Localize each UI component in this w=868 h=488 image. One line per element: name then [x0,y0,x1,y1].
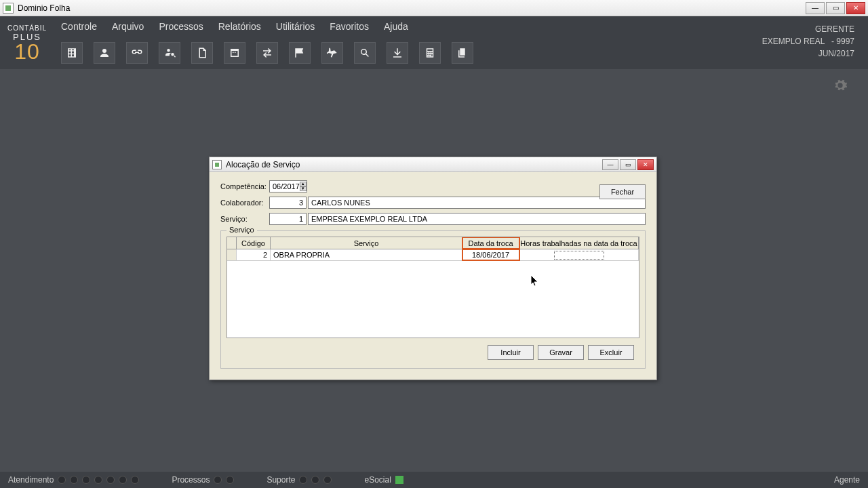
spinner-up-icon[interactable]: ▲ [300,182,307,186]
document-icon[interactable] [191,42,213,64]
status-bar: Atendimento Processos Suporte eSocial Ag… [0,472,868,488]
status-atendimento: Atendimento [8,475,139,485]
download-icon[interactable] [387,42,408,64]
menu-controle[interactable]: Controle [61,21,97,32]
grid-cell-horas[interactable] [519,249,639,260]
window-title: Dominio Folha [18,3,70,13]
window-controls: — ▭ ✕ [806,2,865,14]
person-icon[interactable] [94,42,115,64]
status-dot-icon[interactable] [299,476,307,484]
spinner-down-icon[interactable]: ▼ [300,186,307,191]
status-dot-icon[interactable] [323,476,332,484]
status-esocial-label: eSocial [364,475,391,485]
alocacao-dialog: Alocação de Serviço — ▭ ✕ Fechar Competê… [209,157,657,380]
servico-fieldset: Serviço Código Serviço Data da troca Hor… [220,230,646,369]
menu-area: Controle Arquivo Processos Relatórios Ut… [47,16,861,64]
minimize-button[interactable]: — [806,2,825,14]
calendar-icon[interactable] [224,42,245,64]
status-agente-label[interactable]: Agente [834,475,860,485]
servico-grid[interactable]: Código Serviço Data da troca Horas traba… [226,237,639,338]
menu-ajuda[interactable]: Ajuda [384,21,408,32]
dialog-title-bar: Alocação de Serviço — ▭ ✕ [210,157,656,172]
colaborador-label: Colaborador: [220,199,269,207]
company-code: - 9997 [831,37,854,46]
servico-label: Serviço: [220,215,269,223]
grid-header-servico[interactable]: Serviço [271,237,462,249]
colaborador-name-input[interactable]: CARLOS NUNES [308,197,646,209]
company-name: EXEMPLO REAL [762,37,825,46]
flag-icon[interactable] [289,42,311,64]
dialog-body: Fechar Competência: 06/2017 ▲ ▼ Colabora… [210,172,656,380]
dialog-title: Alocação de Serviço [226,160,300,169]
dialog-actions: Incluir Gravar Excluir [226,345,639,360]
main-title-bar: Dominio Folha — ▭ ✕ [0,0,868,16]
building-icon[interactable] [61,42,83,64]
fieldset-legend: Serviço [226,226,257,234]
incluir-button[interactable]: Incluir [488,345,534,360]
servico-name-input[interactable]: EMPRESA EXEMPLO REAL LTDA [308,213,646,225]
maximize-button[interactable]: ▭ [826,2,845,14]
servico-code-input[interactable]: 1 [269,213,307,225]
menu-favoritos[interactable]: Favoritos [330,21,369,32]
status-dot-icon[interactable] [226,476,234,484]
user-role: GERENTE [762,23,854,35]
logo: CONTÁBIL PLUS 10 [7,16,47,69]
plane-icon[interactable] [321,42,343,64]
ribbon: CONTÁBIL PLUS 10 Controle Arquivo Proces… [0,16,868,69]
status-atendimento-label: Atendimento [8,475,54,485]
toolbar [61,42,861,64]
dialog-maximize-button[interactable]: ▭ [620,159,636,170]
fechar-button[interactable]: Fechar [599,184,646,199]
status-dot-icon[interactable] [214,476,222,484]
excluir-button[interactable]: Excluir [588,345,634,360]
esocial-icon[interactable] [395,476,403,484]
gravar-button[interactable]: Gravar [538,345,584,360]
status-suporte: Suporte [267,475,332,485]
menu-bar: Controle Arquivo Processos Relatórios Ut… [61,16,861,37]
menu-arquivo[interactable]: Arquivo [112,21,144,32]
header-info: GERENTE EXEMPLO REAL - 9997 JUN/2017 [762,23,854,60]
status-dot-icon[interactable] [106,476,115,484]
status-suporte-label: Suporte [267,475,295,485]
copy-icon[interactable] [452,42,473,64]
person-search-icon[interactable] [159,42,180,64]
dialog-app-icon [212,160,222,169]
competencia-label: Competência: [220,182,269,190]
close-button[interactable]: ✕ [846,2,865,14]
grid-header-horas[interactable]: Horas trabalhadas na data da troca [519,237,639,249]
logo-line3: 10 [14,42,40,61]
grid-header-data[interactable]: Data da troca [462,237,519,249]
status-processos-label: Processos [172,475,210,485]
status-esocial: eSocial [364,475,403,485]
search-icon[interactable] [354,42,376,64]
menu-relatorios[interactable]: Relatórios [218,21,261,32]
menu-processos[interactable]: Processos [159,21,203,32]
status-dot-icon[interactable] [131,476,139,484]
grid-header: Código Serviço Data da troca Horas traba… [227,237,639,249]
competencia-input[interactable]: 06/2017 ▲ ▼ [269,180,307,192]
dialog-minimize-button[interactable]: — [602,159,618,170]
dialog-close-button[interactable]: ✕ [637,159,654,170]
grid-cell-servico[interactable]: OBRA PROPRIA [271,249,462,260]
horas-input[interactable] [554,251,604,260]
status-dot-icon[interactable] [119,476,127,484]
grid-row[interactable]: 2 OBRA PROPRIA 18/06/2017 [227,249,639,261]
gear-icon[interactable] [833,78,848,96]
app-icon [3,3,14,14]
status-dot-icon[interactable] [94,476,102,484]
grid-header-codigo[interactable]: Código [237,237,271,249]
status-processos: Processos [172,475,234,485]
logo-line1: CONTÁBIL [7,24,47,32]
menu-utilitarios[interactable]: Utilitários [276,21,315,32]
period: JUN/2017 [762,47,854,60]
link-icon[interactable] [126,42,148,64]
calculator-icon[interactable] [419,42,441,64]
status-dot-icon[interactable] [58,476,66,484]
status-dot-icon[interactable] [311,476,319,484]
colaborador-code-input[interactable]: 3 [269,197,307,209]
status-dot-icon[interactable] [82,476,90,484]
transfer-icon[interactable] [256,42,278,64]
grid-cell-codigo[interactable]: 2 [237,249,271,260]
grid-cell-data[interactable]: 18/06/2017 [462,249,519,260]
status-dot-icon[interactable] [70,476,78,484]
